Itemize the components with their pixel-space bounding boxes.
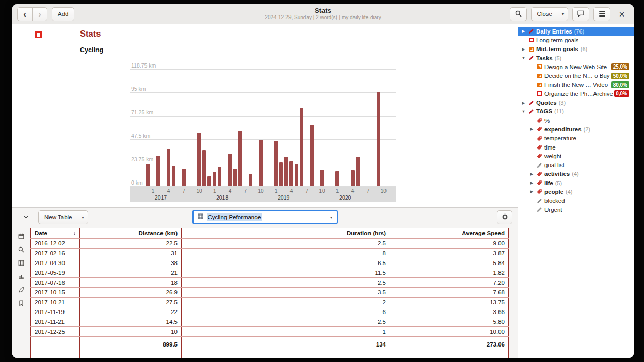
search-tool-button[interactable]: [15, 244, 27, 256]
tree-item-weight[interactable]: weight: [518, 152, 634, 160]
table-cell[interactable]: 8: [182, 248, 390, 258]
add-button[interactable]: Add: [52, 7, 74, 21]
close-diary-button[interactable]: Close: [531, 7, 558, 21]
back-button[interactable]: ‹: [17, 7, 33, 21]
table-tool-button[interactable]: [15, 258, 27, 269]
tree-item-daily-entries[interactable]: ▶Daily Entries(76): [518, 27, 634, 36]
table-cell[interactable]: 2017-12-25: [31, 326, 80, 336]
collapse-panel-button[interactable]: [18, 210, 35, 224]
table-cell[interactable]: 5.80: [390, 317, 509, 326]
table-cell[interactable]: 11.5: [182, 268, 390, 277]
bookmark-tool-button[interactable]: [15, 298, 27, 309]
table-cell[interactable]: 22: [80, 307, 182, 317]
new-table-button[interactable]: New Table: [38, 210, 78, 224]
table-cell[interactable]: 1.82: [390, 268, 509, 277]
table-cell[interactable]: 3.66: [390, 307, 509, 317]
table-cell[interactable]: 26.9: [80, 287, 182, 297]
expander-closed-icon[interactable]: ▶: [520, 47, 527, 52]
diary-editor[interactable]: Stats Cycling 0 km23.75 km47.5 km71.25 k…: [12, 24, 518, 207]
menu-button[interactable]: [593, 7, 610, 21]
close-dropdown-button[interactable]: ▼: [558, 7, 568, 21]
tree-item-goal-list[interactable]: goal list: [518, 160, 634, 169]
expander-closed-icon[interactable]: ▶: [520, 29, 527, 34]
bookmark-icon: [18, 300, 25, 308]
table-cell[interactable]: 6: [182, 307, 390, 317]
tree-item-quotes[interactable]: ▶Quotes(3): [518, 98, 634, 107]
table-cell[interactable]: 38: [80, 258, 182, 268]
tree-item-activities[interactable]: ▶activities(4): [518, 170, 634, 178]
table-cell[interactable]: 2.5: [182, 277, 390, 287]
table-cell[interactable]: 7.20: [390, 277, 509, 287]
table-cell[interactable]: 2017-10-15: [31, 287, 80, 297]
table-cell[interactable]: 2017-05-19: [31, 268, 80, 277]
new-table-dropdown-button[interactable]: ▼: [78, 210, 88, 224]
tree-item-expenditures[interactable]: ▶expenditures(2): [518, 125, 634, 134]
calendar-tool-button[interactable]: [15, 231, 27, 242]
table-cell[interactable]: 14.5: [80, 317, 182, 326]
expander-open-icon[interactable]: ▼: [520, 56, 527, 60]
table-row: 2017-04-30386.55.84: [31, 258, 509, 268]
combo-dropdown-icon[interactable]: ▼: [326, 211, 337, 223]
table-cell[interactable]: 21: [80, 268, 182, 277]
table-cell[interactable]: 3.5: [182, 287, 390, 297]
expander-closed-icon[interactable]: ▶: [528, 127, 535, 131]
tree-item-tags[interactable]: ▼TAGS(11): [518, 107, 634, 116]
tree-item-long-term-goals[interactable]: Long term goals: [518, 36, 634, 44]
tree-item-tasks[interactable]: ▼Tasks(5): [518, 54, 634, 62]
column-header-duration[interactable]: Duration (hrs): [182, 228, 390, 238]
table-cell[interactable]: 10.00: [390, 326, 509, 336]
tree-item-blocked[interactable]: blocked: [518, 196, 634, 205]
table-cell[interactable]: 6.5: [182, 258, 390, 268]
expander-closed-icon[interactable]: ▶: [520, 101, 527, 105]
table-cell[interactable]: 2017-07-16: [31, 277, 80, 287]
table-settings-button[interactable]: [497, 210, 512, 224]
tree-item-item[interactable]: %: [518, 116, 634, 125]
table-cell[interactable]: 3.87: [390, 248, 509, 258]
tree-item-temperature[interactable]: temperature: [518, 134, 634, 143]
table-cell[interactable]: 18: [80, 277, 182, 287]
tree-item-organize-the-ph-archive[interactable]: Organize the Ph…Archive0,0%: [518, 89, 634, 98]
window-close-button[interactable]: ×: [615, 7, 629, 21]
table-cell[interactable]: 2016-12-02: [31, 238, 80, 248]
table-cell[interactable]: 5.84: [390, 258, 509, 268]
table-cell[interactable]: 22.5: [80, 238, 182, 248]
column-header-date[interactable]: Date↓: [31, 228, 80, 238]
theme-tool-button[interactable]: [15, 285, 27, 296]
tree-item-people[interactable]: ▶people(4): [518, 187, 634, 196]
table-cell[interactable]: 2.5: [182, 238, 390, 248]
search-button[interactable]: [510, 7, 527, 21]
tree-item-finish-the-new-video[interactable]: Finish the New … Video80,0%: [518, 80, 634, 89]
forward-button[interactable]: ›: [32, 7, 47, 21]
table-cell[interactable]: 2017-02-16: [31, 248, 80, 258]
tree-item-decide-on-the-n-o-buy[interactable]: Decide on the N… o Buy50,0%: [518, 71, 634, 80]
expander-open-icon[interactable]: ▼: [520, 109, 527, 114]
chart-tool-button[interactable]: [15, 271, 27, 283]
table-cell[interactable]: 2017-11-19: [31, 307, 80, 317]
tree-item-urgent[interactable]: Urgent: [518, 205, 634, 214]
table-cell[interactable]: 13.75: [390, 297, 509, 307]
table-cell[interactable]: 10: [80, 326, 182, 336]
chat-button[interactable]: [572, 7, 589, 21]
table-cell[interactable]: 2017-11-21: [31, 317, 80, 326]
table-cell[interactable]: 27.5: [80, 297, 182, 307]
table-cell[interactable]: 2.5: [182, 317, 390, 326]
table-selector-combo[interactable]: Cycling Peformance ▼: [192, 210, 338, 224]
table-cell[interactable]: 9.00: [390, 238, 509, 248]
expander-closed-icon[interactable]: ▶: [528, 172, 535, 176]
todo-checkbox-icon[interactable]: [35, 31, 42, 38]
column-header-avg-speed[interactable]: Average Speed: [390, 228, 509, 238]
expander-closed-icon[interactable]: ▶: [528, 180, 535, 185]
table-cell[interactable]: 2017-04-30: [31, 258, 80, 268]
tree-item-design-a-new-web-site[interactable]: Design a New Web Site25,0%: [518, 62, 634, 71]
tree-item-mid-term-goals[interactable]: ▶Mid-term goals(6): [518, 45, 634, 54]
table-row: 2017-10-2127.5213.75: [31, 297, 509, 307]
tree-item-life[interactable]: ▶life(5): [518, 178, 634, 187]
table-cell[interactable]: 31: [80, 248, 182, 258]
table-cell[interactable]: 2017-10-21: [31, 297, 80, 307]
table-cell[interactable]: 1: [182, 326, 390, 336]
tree-item-time[interactable]: time: [518, 143, 634, 152]
expander-closed-icon[interactable]: ▶: [528, 189, 535, 194]
table-cell[interactable]: 2: [182, 297, 390, 307]
column-header-distance[interactable]: Distance (km): [80, 228, 182, 238]
table-cell[interactable]: 7.68: [390, 287, 509, 297]
